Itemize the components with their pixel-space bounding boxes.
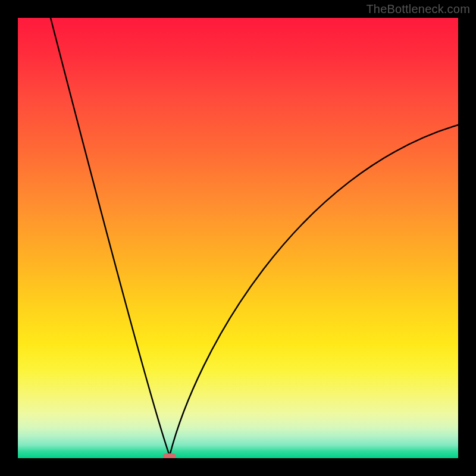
minimum-marker [163, 453, 176, 458]
bottleneck-curve [18, 18, 458, 458]
chart-frame: TheBottleneck.com [0, 0, 476, 476]
plot-area [18, 18, 458, 458]
watermark-text: TheBottleneck.com [366, 2, 470, 16]
